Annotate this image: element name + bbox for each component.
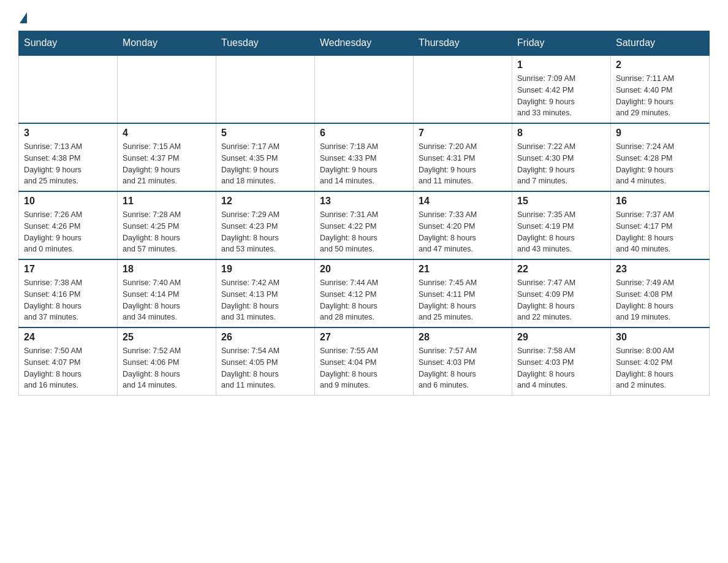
cell-day-number: 30: [616, 332, 704, 343]
calendar-cell: 9Sunrise: 7:24 AM Sunset: 4:28 PM Daylig…: [611, 123, 710, 191]
calendar-cell: 20Sunrise: 7:44 AM Sunset: 4:12 PM Dayli…: [315, 259, 414, 327]
cell-day-number: 11: [123, 196, 211, 207]
calendar-cell: 11Sunrise: 7:28 AM Sunset: 4:25 PM Dayli…: [118, 191, 216, 259]
cell-info: Sunrise: 7:47 AM Sunset: 4:09 PM Dayligh…: [517, 277, 605, 323]
cell-day-number: 18: [123, 264, 211, 275]
weekday-header-thursday: Thursday: [414, 31, 512, 56]
cell-info: Sunrise: 8:00 AM Sunset: 4:02 PM Dayligh…: [616, 345, 704, 391]
cell-day-number: 7: [419, 128, 507, 139]
cell-info: Sunrise: 7:13 AM Sunset: 4:38 PM Dayligh…: [24, 141, 112, 187]
calendar-cell: 18Sunrise: 7:40 AM Sunset: 4:14 PM Dayli…: [118, 259, 216, 327]
cell-day-number: 21: [419, 264, 507, 275]
calendar-cell: 22Sunrise: 7:47 AM Sunset: 4:09 PM Dayli…: [512, 259, 611, 327]
calendar-cell: [19, 55, 118, 123]
cell-day-number: 2: [616, 59, 704, 71]
calendar-cell: 5Sunrise: 7:17 AM Sunset: 4:35 PM Daylig…: [216, 123, 315, 191]
calendar-cell: 28Sunrise: 7:57 AM Sunset: 4:03 PM Dayli…: [414, 327, 512, 396]
weekday-header-friday: Friday: [512, 31, 611, 56]
cell-info: Sunrise: 7:09 AM Sunset: 4:42 PM Dayligh…: [517, 73, 605, 119]
cell-day-number: 25: [123, 332, 211, 343]
cell-day-number: 9: [616, 128, 704, 139]
cell-info: Sunrise: 7:29 AM Sunset: 4:23 PM Dayligh…: [221, 209, 309, 255]
cell-info: Sunrise: 7:33 AM Sunset: 4:20 PM Dayligh…: [419, 209, 507, 255]
cell-day-number: 27: [320, 332, 408, 343]
calendar-cell: 19Sunrise: 7:42 AM Sunset: 4:13 PM Dayli…: [216, 259, 315, 327]
logo-triangle-icon: [20, 12, 27, 23]
calendar-cell: 4Sunrise: 7:15 AM Sunset: 4:37 PM Daylig…: [118, 123, 216, 191]
cell-day-number: 3: [24, 128, 112, 139]
cell-info: Sunrise: 7:38 AM Sunset: 4:16 PM Dayligh…: [24, 277, 112, 323]
logo-area: [18, 12, 27, 25]
calendar-week-1: 1Sunrise: 7:09 AM Sunset: 4:42 PM Daylig…: [19, 55, 710, 123]
calendar-cell: 14Sunrise: 7:33 AM Sunset: 4:20 PM Dayli…: [414, 191, 512, 259]
cell-info: Sunrise: 7:15 AM Sunset: 4:37 PM Dayligh…: [123, 141, 211, 187]
cell-day-number: 6: [320, 128, 408, 139]
weekday-header-saturday: Saturday: [611, 31, 710, 56]
calendar-cell: 10Sunrise: 7:26 AM Sunset: 4:26 PM Dayli…: [19, 191, 118, 259]
calendar-cell: 15Sunrise: 7:35 AM Sunset: 4:19 PM Dayli…: [512, 191, 611, 259]
cell-info: Sunrise: 7:49 AM Sunset: 4:08 PM Dayligh…: [616, 277, 704, 323]
cell-info: Sunrise: 7:57 AM Sunset: 4:03 PM Dayligh…: [419, 345, 507, 391]
calendar-cell: 27Sunrise: 7:55 AM Sunset: 4:04 PM Dayli…: [315, 327, 414, 396]
cell-info: Sunrise: 7:11 AM Sunset: 4:40 PM Dayligh…: [616, 73, 704, 119]
weekday-header-wednesday: Wednesday: [315, 31, 414, 56]
calendar-cell: 23Sunrise: 7:49 AM Sunset: 4:08 PM Dayli…: [611, 259, 710, 327]
cell-info: Sunrise: 7:22 AM Sunset: 4:30 PM Dayligh…: [517, 141, 605, 187]
cell-info: Sunrise: 7:17 AM Sunset: 4:35 PM Dayligh…: [221, 141, 309, 187]
cell-info: Sunrise: 7:54 AM Sunset: 4:05 PM Dayligh…: [221, 345, 309, 391]
cell-info: Sunrise: 7:55 AM Sunset: 4:04 PM Dayligh…: [320, 345, 408, 391]
calendar-week-4: 17Sunrise: 7:38 AM Sunset: 4:16 PM Dayli…: [19, 259, 710, 327]
calendar-cell: 12Sunrise: 7:29 AM Sunset: 4:23 PM Dayli…: [216, 191, 315, 259]
calendar-cell: 3Sunrise: 7:13 AM Sunset: 4:38 PM Daylig…: [19, 123, 118, 191]
cell-info: Sunrise: 7:26 AM Sunset: 4:26 PM Dayligh…: [24, 209, 112, 255]
cell-day-number: 13: [320, 196, 408, 207]
calendar-cell: 1Sunrise: 7:09 AM Sunset: 4:42 PM Daylig…: [512, 55, 611, 123]
logo: [18, 12, 27, 25]
cell-day-number: 22: [517, 264, 605, 275]
cell-day-number: 15: [517, 196, 605, 207]
cell-info: Sunrise: 7:44 AM Sunset: 4:12 PM Dayligh…: [320, 277, 408, 323]
cell-day-number: 26: [221, 332, 309, 343]
cell-day-number: 19: [221, 264, 309, 275]
cell-day-number: 12: [221, 196, 309, 207]
cell-day-number: 20: [320, 264, 408, 275]
cell-day-number: 5: [221, 128, 309, 139]
weekday-header-tuesday: Tuesday: [216, 31, 315, 56]
calendar-table: SundayMondayTuesdayWednesdayThursdayFrid…: [18, 31, 710, 396]
cell-day-number: 28: [419, 332, 507, 343]
calendar-cell: 29Sunrise: 7:58 AM Sunset: 4:03 PM Dayli…: [512, 327, 611, 396]
cell-day-number: 29: [517, 332, 605, 343]
calendar-cell: 26Sunrise: 7:54 AM Sunset: 4:05 PM Dayli…: [216, 327, 315, 396]
calendar-cell: [216, 55, 315, 123]
calendar-cell: 25Sunrise: 7:52 AM Sunset: 4:06 PM Dayli…: [118, 327, 216, 396]
cell-info: Sunrise: 7:20 AM Sunset: 4:31 PM Dayligh…: [419, 141, 507, 187]
calendar-cell: [118, 55, 216, 123]
calendar-cell: [414, 55, 512, 123]
cell-day-number: 23: [616, 264, 704, 275]
calendar-cell: 30Sunrise: 8:00 AM Sunset: 4:02 PM Dayli…: [611, 327, 710, 396]
cell-day-number: 4: [123, 128, 211, 139]
cell-info: Sunrise: 7:40 AM Sunset: 4:14 PM Dayligh…: [123, 277, 211, 323]
weekday-header-row: SundayMondayTuesdayWednesdayThursdayFrid…: [19, 31, 710, 56]
calendar-cell: 24Sunrise: 7:50 AM Sunset: 4:07 PM Dayli…: [19, 327, 118, 396]
cell-info: Sunrise: 7:31 AM Sunset: 4:22 PM Dayligh…: [320, 209, 408, 255]
cell-info: Sunrise: 7:42 AM Sunset: 4:13 PM Dayligh…: [221, 277, 309, 323]
cell-day-number: 8: [517, 128, 605, 139]
calendar-week-3: 10Sunrise: 7:26 AM Sunset: 4:26 PM Dayli…: [19, 191, 710, 259]
calendar-week-2: 3Sunrise: 7:13 AM Sunset: 4:38 PM Daylig…: [19, 123, 710, 191]
calendar-cell: 16Sunrise: 7:37 AM Sunset: 4:17 PM Dayli…: [611, 191, 710, 259]
cell-day-number: 14: [419, 196, 507, 207]
cell-info: Sunrise: 7:50 AM Sunset: 4:07 PM Dayligh…: [24, 345, 112, 391]
cell-day-number: 16: [616, 196, 704, 207]
calendar-cell: 17Sunrise: 7:38 AM Sunset: 4:16 PM Dayli…: [19, 259, 118, 327]
cell-info: Sunrise: 7:52 AM Sunset: 4:06 PM Dayligh…: [123, 345, 211, 391]
page-header: [18, 12, 710, 25]
calendar-cell: 2Sunrise: 7:11 AM Sunset: 4:40 PM Daylig…: [611, 55, 710, 123]
calendar-cell: 13Sunrise: 7:31 AM Sunset: 4:22 PM Dayli…: [315, 191, 414, 259]
cell-day-number: 1: [517, 59, 605, 71]
cell-day-number: 17: [24, 264, 112, 275]
cell-info: Sunrise: 7:35 AM Sunset: 4:19 PM Dayligh…: [517, 209, 605, 255]
cell-info: Sunrise: 7:45 AM Sunset: 4:11 PM Dayligh…: [419, 277, 507, 323]
weekday-header-sunday: Sunday: [19, 31, 118, 56]
cell-info: Sunrise: 7:18 AM Sunset: 4:33 PM Dayligh…: [320, 141, 408, 187]
